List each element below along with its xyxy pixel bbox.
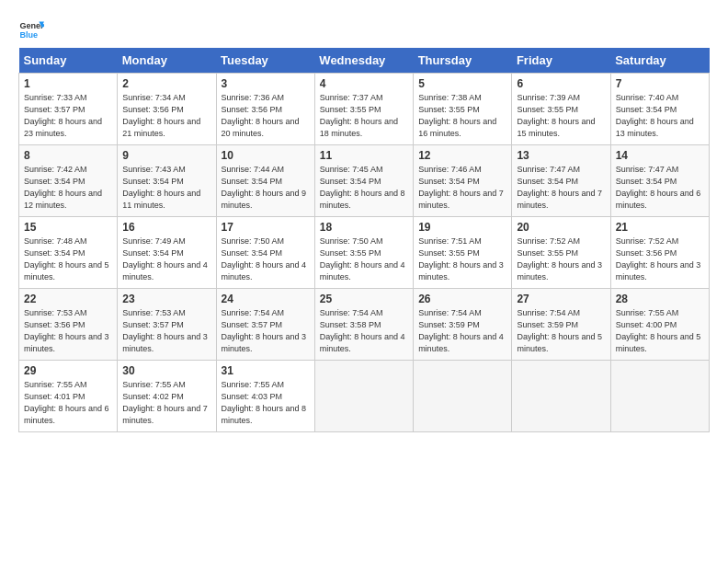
- day-number: 18: [320, 221, 408, 234]
- day-cell-14: 14 Sunrise: 7:47 AMSunset: 3:54 PMDaylig…: [610, 145, 709, 217]
- day-number: 4: [320, 77, 408, 90]
- day-info: Sunrise: 7:42 AMSunset: 3:54 PMDaylight:…: [24, 165, 102, 210]
- day-number: 27: [517, 293, 605, 305]
- day-number: 22: [24, 293, 112, 305]
- col-header-friday: Friday: [512, 48, 610, 74]
- day-info: Sunrise: 7:54 AMSunset: 3:58 PMDaylight:…: [320, 308, 405, 353]
- day-info: Sunrise: 7:54 AMSunset: 3:59 PMDaylight:…: [517, 308, 602, 353]
- day-number: 31: [222, 364, 310, 377]
- day-number: 12: [418, 149, 506, 162]
- day-info: Sunrise: 7:50 AMSunset: 3:55 PMDaylight:…: [320, 236, 405, 282]
- empty-cell: [610, 361, 709, 432]
- day-cell-19: 19 Sunrise: 7:51 AMSunset: 3:55 PMDaylig…: [414, 217, 512, 289]
- day-number: 14: [616, 149, 704, 162]
- day-info: Sunrise: 7:38 AMSunset: 3:55 PMDaylight:…: [418, 93, 496, 138]
- col-header-monday: Monday: [118, 48, 216, 74]
- day-cell-27: 27 Sunrise: 7:54 AMSunset: 3:59 PMDaylig…: [512, 289, 610, 361]
- day-number: 29: [24, 364, 112, 377]
- day-cell-18: 18 Sunrise: 7:50 AMSunset: 3:55 PMDaylig…: [314, 217, 413, 289]
- col-header-saturday: Saturday: [610, 48, 709, 74]
- day-cell-20: 20 Sunrise: 7:52 AMSunset: 3:55 PMDaylig…: [512, 217, 610, 289]
- day-cell-11: 11 Sunrise: 7:45 AMSunset: 3:54 PMDaylig…: [314, 145, 413, 217]
- day-number: 21: [616, 221, 704, 234]
- calendar-header-row: SundayMondayTuesdayWednesdayThursdayFrid…: [19, 48, 710, 74]
- day-number: 30: [122, 364, 210, 377]
- col-header-wednesday: Wednesday: [314, 48, 413, 74]
- day-cell-26: 26 Sunrise: 7:54 AMSunset: 3:59 PMDaylig…: [414, 289, 512, 361]
- day-cell-2: 2 Sunrise: 7:34 AMSunset: 3:56 PMDayligh…: [118, 74, 216, 145]
- day-number: 19: [418, 221, 506, 234]
- day-number: 9: [122, 149, 210, 162]
- day-number: 13: [517, 149, 605, 162]
- day-cell-23: 23 Sunrise: 7:53 AMSunset: 3:57 PMDaylig…: [118, 289, 216, 361]
- day-info: Sunrise: 7:39 AMSunset: 3:55 PMDaylight:…: [517, 93, 595, 138]
- day-info: Sunrise: 7:55 AMSunset: 4:00 PMDaylight:…: [616, 308, 701, 353]
- empty-cell: [314, 361, 413, 432]
- day-number: 17: [222, 221, 310, 234]
- day-info: Sunrise: 7:53 AMSunset: 3:56 PMDaylight:…: [24, 308, 109, 353]
- day-cell-21: 21 Sunrise: 7:52 AMSunset: 3:56 PMDaylig…: [610, 217, 709, 289]
- day-number: 10: [222, 149, 310, 162]
- day-number: 8: [24, 149, 112, 162]
- day-info: Sunrise: 7:54 AMSunset: 3:59 PMDaylight:…: [418, 308, 504, 353]
- day-number: 3: [222, 77, 310, 90]
- day-info: Sunrise: 7:49 AMSunset: 3:54 PMDaylight:…: [122, 236, 208, 282]
- col-header-thursday: Thursday: [414, 48, 512, 74]
- day-info: Sunrise: 7:46 AMSunset: 3:54 PMDaylight:…: [418, 165, 504, 210]
- page-header: General Blue: [18, 17, 710, 42]
- day-info: Sunrise: 7:55 AMSunset: 4:03 PMDaylight:…: [222, 380, 307, 425]
- day-info: Sunrise: 7:47 AMSunset: 3:54 PMDaylight:…: [517, 165, 602, 210]
- day-number: 28: [616, 293, 704, 305]
- week-row-2: 8 Sunrise: 7:42 AMSunset: 3:54 PMDayligh…: [19, 145, 710, 217]
- day-cell-4: 4 Sunrise: 7:37 AMSunset: 3:55 PMDayligh…: [314, 74, 413, 145]
- day-number: 7: [616, 77, 704, 90]
- day-cell-8: 8 Sunrise: 7:42 AMSunset: 3:54 PMDayligh…: [19, 145, 118, 217]
- day-info: Sunrise: 7:52 AMSunset: 3:56 PMDaylight:…: [616, 236, 701, 282]
- day-cell-6: 6 Sunrise: 7:39 AMSunset: 3:55 PMDayligh…: [512, 74, 610, 145]
- day-cell-10: 10 Sunrise: 7:44 AMSunset: 3:54 PMDaylig…: [216, 145, 314, 217]
- day-cell-25: 25 Sunrise: 7:54 AMSunset: 3:58 PMDaylig…: [314, 289, 413, 361]
- day-cell-5: 5 Sunrise: 7:38 AMSunset: 3:55 PMDayligh…: [414, 74, 512, 145]
- day-number: 16: [122, 221, 210, 234]
- day-info: Sunrise: 7:55 AMSunset: 4:02 PMDaylight:…: [122, 380, 208, 425]
- day-info: Sunrise: 7:37 AMSunset: 3:55 PMDaylight:…: [320, 93, 398, 138]
- day-cell-9: 9 Sunrise: 7:43 AMSunset: 3:54 PMDayligh…: [118, 145, 216, 217]
- logo-icon: General Blue: [18, 17, 44, 42]
- day-number: 26: [418, 293, 506, 305]
- day-number: 5: [418, 77, 506, 90]
- day-info: Sunrise: 7:55 AMSunset: 4:01 PMDaylight:…: [24, 380, 109, 425]
- day-info: Sunrise: 7:50 AMSunset: 3:54 PMDaylight:…: [222, 236, 307, 282]
- day-cell-13: 13 Sunrise: 7:47 AMSunset: 3:54 PMDaylig…: [512, 145, 610, 217]
- day-cell-7: 7 Sunrise: 7:40 AMSunset: 3:54 PMDayligh…: [610, 74, 709, 145]
- day-info: Sunrise: 7:47 AMSunset: 3:54 PMDaylight:…: [616, 165, 701, 210]
- day-cell-22: 22 Sunrise: 7:53 AMSunset: 3:56 PMDaylig…: [19, 289, 118, 361]
- day-number: 6: [517, 77, 605, 90]
- day-number: 11: [320, 149, 408, 162]
- day-number: 15: [24, 221, 112, 234]
- day-number: 1: [24, 77, 112, 90]
- svg-text:Blue: Blue: [19, 30, 38, 40]
- day-info: Sunrise: 7:51 AMSunset: 3:55 PMDaylight:…: [418, 236, 504, 282]
- day-cell-1: 1 Sunrise: 7:33 AMSunset: 3:57 PMDayligh…: [19, 74, 118, 145]
- day-info: Sunrise: 7:45 AMSunset: 3:54 PMDaylight:…: [320, 165, 405, 210]
- day-cell-31: 31 Sunrise: 7:55 AMSunset: 4:03 PMDaylig…: [216, 361, 314, 432]
- logo: General Blue: [18, 17, 44, 42]
- day-number: 24: [222, 293, 310, 305]
- day-cell-29: 29 Sunrise: 7:55 AMSunset: 4:01 PMDaylig…: [19, 361, 118, 432]
- day-number: 25: [320, 293, 408, 305]
- week-row-4: 22 Sunrise: 7:53 AMSunset: 3:56 PMDaylig…: [19, 289, 710, 361]
- day-number: 23: [122, 293, 210, 305]
- day-info: Sunrise: 7:34 AMSunset: 3:56 PMDaylight:…: [122, 93, 200, 138]
- day-cell-28: 28 Sunrise: 7:55 AMSunset: 4:00 PMDaylig…: [610, 289, 709, 361]
- day-number: 2: [122, 77, 210, 90]
- col-header-sunday: Sunday: [19, 48, 118, 74]
- day-info: Sunrise: 7:54 AMSunset: 3:57 PMDaylight:…: [222, 308, 307, 353]
- week-row-1: 1 Sunrise: 7:33 AMSunset: 3:57 PMDayligh…: [19, 74, 710, 145]
- day-info: Sunrise: 7:40 AMSunset: 3:54 PMDaylight:…: [616, 93, 694, 138]
- day-cell-15: 15 Sunrise: 7:48 AMSunset: 3:54 PMDaylig…: [19, 217, 118, 289]
- day-info: Sunrise: 7:53 AMSunset: 3:57 PMDaylight:…: [122, 308, 208, 353]
- day-info: Sunrise: 7:33 AMSunset: 3:57 PMDaylight:…: [24, 93, 102, 138]
- week-row-3: 15 Sunrise: 7:48 AMSunset: 3:54 PMDaylig…: [19, 217, 710, 289]
- day-info: Sunrise: 7:48 AMSunset: 3:54 PMDaylight:…: [24, 236, 109, 282]
- calendar-table: SundayMondayTuesdayWednesdayThursdayFrid…: [18, 48, 710, 432]
